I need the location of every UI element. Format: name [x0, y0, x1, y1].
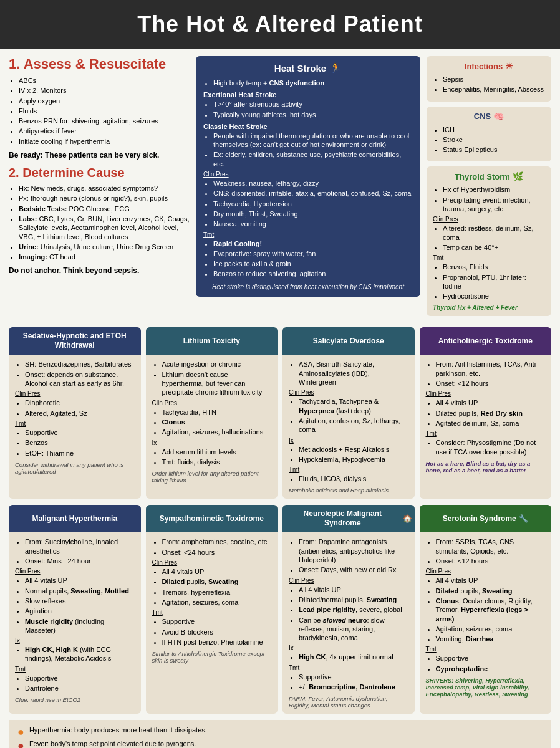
list-item: Lead pipe rigidity, severe, global [299, 605, 408, 614]
list-item: Onset: Days, with new or old Rx [299, 565, 408, 574]
thyroid-tmt-label: Tmt [433, 254, 545, 261]
list-item: Supportive [25, 428, 135, 437]
serotonin-title: Serotonin Syndrome 🔧 [420, 505, 552, 532]
serotonin-tmt-label: Tmt [426, 646, 546, 653]
thyroid-top-list: Hx of Hyperthyroidism Precipitating even… [433, 185, 545, 213]
malignant-title: Malignant Hyperthermia [9, 505, 141, 532]
list-item: CNS: disoriented, irritable, ataxia, emo… [213, 189, 413, 198]
lithium-italic: Order lithium level for any altered pati… [152, 470, 272, 484]
heat-stroke-title: Heat Stroke 🏃 [203, 62, 413, 74]
heat-stroke-card: Heat Stroke 🏃 High body temp + CNS dysfu… [196, 56, 420, 297]
classic-list: People with impaired thermoregulation or… [203, 132, 413, 168]
list-item: Onset: depends on substance. Alcohol can… [25, 370, 135, 388]
footer-hyperthermia: ● Hyperthermia: body produces more heat … [17, 726, 543, 737]
infections-card: Infections ☀ Sepsis Encephalitis, Mening… [427, 56, 551, 102]
list-item: Muscle rigidity (including Masseter) [25, 617, 135, 635]
thyroid-clin-list: Altered: restless, delirium, Sz, coma Te… [433, 224, 545, 252]
neuroleptic-tmt-list: Supportive +/- Bromocriptine, Dantrolene [289, 673, 408, 692]
list-item: Evaporative: spray with water, fan [213, 249, 413, 258]
lithium-list: Acute ingestion or chronic Lithium doesn… [152, 360, 272, 396]
list-item: T>40° after strenuous activity [213, 100, 413, 108]
list-item: Precipitating event: infection, trauma, … [443, 196, 545, 214]
list-item: Slow reflexes [25, 597, 135, 605]
list-item: Tachycardia, Tachypnea & Hyperpnea (fast… [299, 397, 408, 415]
hyperthermia-text: Hyperthermia: body produces more heat th… [29, 726, 207, 734]
thyroid-italic: Thyroid Hx + Altered + Fever [433, 304, 545, 311]
header-title: The Hot & Altered Patient [137, 11, 423, 37]
list-item: Urine: Urinalysis, Urine culture, Urine … [19, 242, 190, 251]
lithium-clin-list: Tachycardia, HTN Clonus Agitation, seizu… [152, 408, 272, 437]
fever-text: Fever: body's temp set point elevated du… [29, 740, 196, 747]
list-item: Altered, Agitated, Sz [25, 409, 135, 418]
left-panel: 1. Assess & Resuscitate ABCs IV x 2, Mon… [9, 56, 190, 321]
serotonin-italic: SHIVERS: Shivering, Hyperreflexia, Incre… [426, 677, 546, 698]
heat-tmt-list: Rapid Cooling! Evaporative: spray with w… [203, 239, 413, 279]
list-item: Onset: <24 hours [162, 548, 272, 557]
salicylate-title: Salicylate Overdose [282, 327, 415, 355]
sun-icon: ☀ [505, 61, 513, 71]
list-item: High CK, High K (with ECG findings), Met… [25, 645, 135, 663]
sedative-italic: Consider withdrawal in any patient who i… [15, 461, 135, 475]
list-item: Apply oxygen [19, 97, 190, 105]
list-item: Diaphoretic [25, 398, 135, 407]
center-panel: Heat Stroke 🏃 High body temp + CNS dysfu… [196, 56, 420, 321]
exertional-title: Exertional Heat Stroke [203, 91, 413, 98]
lithium-ix-list: Add serum lithium levels Tmt: fluids, di… [152, 448, 272, 467]
list-item: Supportive [162, 617, 272, 626]
salicylate-tmt-list: Fluids, HCO3, dialysis [289, 474, 408, 483]
assess-section: 1. Assess & Resuscitate ABCs IV x 2, Mon… [9, 56, 190, 160]
list-item: People with impaired thermoregulation or… [213, 132, 413, 150]
list-item: Clonus [162, 418, 272, 426]
exertional-list: T>40° after strenuous activity Typically… [203, 100, 413, 119]
list-item: Onset: Mins - 24 hour [25, 557, 135, 565]
cns-card: CNS 🧠 ICH Stroke Status Epilepticus [427, 107, 551, 162]
red-dot-icon: ● [17, 740, 24, 748]
thyroid-card: Thyroid Storm 🌿 Hx of Hyperthyroidism Pr… [427, 166, 551, 316]
footer-bar: ● Hyperthermia: body produces more heat … [9, 720, 551, 748]
footer-fever: ● Fever: body's temp set point elevated … [17, 740, 543, 748]
right-panel: Infections ☀ Sepsis Encephalitis, Mening… [427, 56, 551, 321]
malignant-clin-list: All 4 vitals UP Normal pupils, Sweating,… [15, 576, 135, 635]
leaf-icon: 🌿 [513, 171, 523, 181]
list-item: Hydrocortisone [443, 292, 545, 300]
list-item: Bedside Tests: POC Glucose, ECG [19, 204, 190, 213]
neuroleptic-list: From: Dopamine antagonists (antiemetics,… [289, 537, 408, 574]
neuroleptic-ix-list: High CK, 4x upper limit normal [289, 653, 408, 661]
sedative-clin-list: Diaphoretic Altered, Agitated, Sz [15, 398, 135, 418]
serotonin-clin-label: Clin Pres [426, 568, 546, 575]
list-item: +/- Bromocriptine, Dantrolene [299, 683, 408, 691]
list-item: Lithium doesn't cause hyperthermia, but … [162, 370, 272, 397]
sympathomimetic-clin-label: Clin Pres [152, 559, 272, 566]
neuroleptic-ix-label: Ix [289, 645, 408, 651]
determine-section: 2. Determine Cause Hx: New meds, drugs, … [9, 166, 190, 275]
list-item: From: SSRIs, TCAs, CNS stimulants, Opioi… [436, 537, 546, 555]
list-item: Benzos PRN for: shivering, agitation, se… [19, 117, 190, 125]
list-item: ASA, Bismuth Salicylate, Aminosalicylate… [299, 360, 408, 386]
brain-icon: 🧠 [493, 112, 504, 122]
list-item: Hx: New meds, drugs, associated symptoms… [19, 184, 190, 193]
classic-title: Classic Heat Stroke [203, 123, 413, 130]
list-item: Agitation, seizures, coma [162, 598, 272, 607]
malignant-italic: Clue: rapid rise in EtCO2 [15, 696, 135, 703]
list-item: All 4 vitals UP [162, 567, 272, 576]
list-item: Add serum lithium levels [162, 448, 272, 456]
anticholinergic-title: Anticholinergic Toxidrome [420, 327, 552, 355]
list-item: Hx of Hyperthyroidism [443, 185, 545, 194]
list-item: Sepsis [443, 75, 545, 84]
neuroleptic-tmt-label: Tmt [289, 664, 408, 671]
wrench-icon: 🔧 [519, 514, 528, 524]
list-item: ICH [443, 125, 545, 134]
list-item: Cyproheptadine [436, 664, 546, 673]
list-item: From: Succinylcholine, inhaled anestheti… [25, 537, 135, 555]
determine-title: 2. Determine Cause [9, 166, 190, 180]
infections-title: Infections ☀ [433, 61, 545, 71]
list-item: Tremors, hyperreflexia [162, 588, 272, 597]
list-item: Fluids, HCO3, dialysis [299, 474, 408, 483]
neuroleptic-italic: FARM: Fever, Autonomic dysfunction, Rigi… [289, 695, 408, 709]
anticholinergic-card: Anticholinergic Toxidrome From: Antihist… [420, 327, 552, 499]
tmt-label: Tmt [203, 231, 413, 238]
list-item: Nausea, vomiting [213, 219, 413, 228]
sympathomimetic-italic: Similar to Anticholinergic Toxidrome exc… [152, 650, 272, 664]
anticholinergic-tmt-list: Consider: Physostigmine (Do not use if T… [426, 438, 546, 456]
malignant-ix-list: High CK, High K (with ECG findings), Met… [15, 645, 135, 663]
